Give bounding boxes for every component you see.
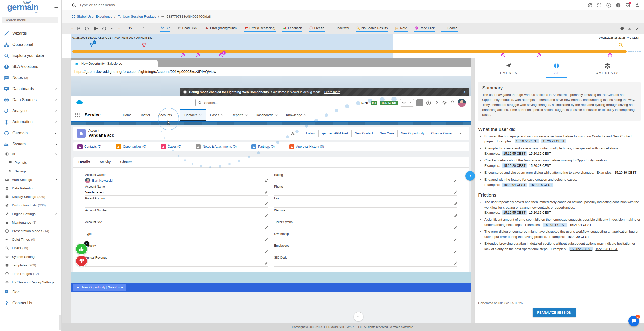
timeline-event-rage-click[interactable]: [536, 53, 541, 59]
field-value-row[interactable]: [85, 224, 268, 231]
user-profile-icon[interactable]: [635, 3, 640, 8]
detail-tab-activity[interactable]: Activity: [100, 157, 111, 167]
edit-pencil-icon[interactable]: [454, 250, 457, 253]
example-timestamp-link[interactable]: 15:20:04 CEST: [502, 183, 527, 187]
timeline-event-no-search-results[interactable]: [618, 42, 623, 48]
related-list-link[interactable]: Notes & Attachments (0): [203, 145, 236, 148]
panel-tab-events[interactable]: EVENTS: [493, 62, 525, 78]
session-timeline[interactable]: 07/28/2025 15:20:27.816 CEST (+00h 01m 2…: [62, 34, 644, 58]
sidebar-item-contact-us[interactable]: ?Contact Us: [0, 298, 61, 309]
related-list-notes-attachments-0-[interactable]: Notes & Attachments (0): [196, 144, 236, 149]
field-value-row[interactable]: [274, 177, 457, 184]
filter-inactivity[interactable]: Inactivity: [331, 25, 349, 32]
thumbs-up-button[interactable]: [76, 243, 87, 255]
example-timestamp-link[interactable]: 15:20:36 CEST: [529, 211, 551, 214]
related-list-cases-0-[interactable]: Cases (0): [161, 144, 181, 149]
playback-speed-select[interactable]: 1x: [128, 26, 145, 31]
example-timestamp-link[interactable]: 15:20:15 CEST: [529, 183, 554, 187]
refresh-icon[interactable]: [588, 3, 593, 8]
sidebar-item-prompts[interactable]: Prompts: [0, 158, 61, 167]
reanalyze-session-button[interactable]: REANALYZE SESSION: [533, 308, 576, 317]
action-button-new-opportunity[interactable]: New Opportunity: [397, 130, 428, 137]
sidebar-search-input[interactable]: [2, 17, 58, 23]
action-button-new-case[interactable]: New Case: [376, 130, 398, 137]
related-list-contacts-0-[interactable]: Contacts (0): [77, 144, 101, 149]
sidebar-item-ai[interactable]: AI: [0, 150, 61, 158]
breadcrumb-label[interactable]: Siebel User Experience: [77, 15, 112, 18]
field-value-row[interactable]: [274, 224, 457, 231]
field-value-row[interactable]: [274, 201, 457, 208]
related-list-link[interactable]: Partners (0): [258, 145, 275, 148]
guidance-icon[interactable]: [426, 100, 431, 106]
inbox-icon[interactable]: [625, 3, 630, 8]
timeline-event-rage-click[interactable]: [195, 53, 200, 59]
sidebar-item-automation[interactable]: Automation: [0, 116, 61, 128]
sidebar-item-engine-settings[interactable]: Engine Settings: [0, 210, 61, 218]
example-timestamp-link[interactable]: 15:20:32 CEST: [529, 152, 551, 155]
sidebar-item-explore-your-data[interactable]: Explore your data: [0, 50, 61, 61]
example-timestamp-link[interactable]: 15:20:26 CEST: [569, 247, 593, 251]
sf-nav-tab-chatter[interactable]: Chatter: [136, 109, 154, 121]
edit-session-icon[interactable]: [636, 26, 639, 30]
sf-nav-tab-knowledge[interactable]: Knowledge: [282, 109, 311, 121]
sidebar-item-data-retention[interactable]: Data Retention: [0, 184, 61, 192]
filter-rage-click[interactable]: Rage Click: [414, 25, 435, 32]
edit-pencil-icon[interactable]: [454, 226, 457, 230]
timeline-event-rage-click[interactable]: 2: [219, 53, 224, 59]
change-owner-icon[interactable]: [264, 179, 268, 182]
presentation-play-icon[interactable]: [606, 3, 611, 8]
skip-to-start-icon[interactable]: [76, 26, 81, 31]
quick-create-button[interactable]: [416, 99, 423, 106]
example-timestamp-link[interactable]: 15:20:28 CEST: [595, 247, 618, 251]
edit-pencil-icon[interactable]: [454, 261, 457, 265]
action-button-follow[interactable]: +Follow: [300, 130, 319, 137]
related-list-approval-history-0-[interactable]: Approval History (0): [289, 144, 324, 149]
panel-expander-button[interactable]: [465, 171, 475, 181]
action-button-new-contact[interactable]: New Contact: [351, 130, 377, 137]
filter-freeze[interactable]: Freeze: [309, 25, 325, 32]
sidebar-item-data-sources[interactable]: Data Sources: [0, 94, 61, 105]
panel-tab-ai[interactable]: AI: [546, 62, 567, 78]
related-list-link[interactable]: Cases (0): [168, 145, 181, 148]
download-session-icon[interactable]: [628, 26, 632, 30]
related-list-link[interactable]: Contacts (0): [84, 145, 101, 148]
field-value-row[interactable]: [274, 189, 457, 196]
field-value-row[interactable]: [274, 213, 457, 219]
notification-bell-icon[interactable]: [450, 100, 455, 105]
sidebar-item-system[interactable]: System: [0, 139, 61, 150]
filter-note[interactable]: Note: [394, 25, 407, 32]
browser-tab[interactable]: New Opportunity | Salesforce: [71, 60, 158, 67]
field-value-row[interactable]: [85, 236, 268, 243]
panel-tab-overlays[interactable]: OVERLAYS: [589, 62, 626, 78]
sf-search-box[interactable]: [195, 99, 291, 106]
more-actions-button[interactable]: [456, 130, 465, 137]
filter-no-search-results[interactable]: No Search Results: [356, 25, 388, 32]
sidebar-item-germain[interactable]: Germain: [0, 128, 61, 139]
field-value-row[interactable]: [274, 248, 457, 255]
sidebar-item-auth-settings[interactable]: Auth Settings: [0, 175, 61, 184]
action-button-germain-apm-alert[interactable]: germain APM Alert: [318, 130, 352, 137]
learn-more-link[interactable]: Learn more: [324, 90, 340, 94]
example-timestamp-link[interactable]: 15:20:20 CEST: [502, 163, 527, 168]
timeline-event-rage-click[interactable]: [608, 53, 612, 59]
sidebar-item-dashboards[interactable]: Dashboards: [0, 83, 61, 94]
filter-search[interactable]: Search: [441, 25, 458, 32]
rewind-icon[interactable]: [84, 26, 89, 31]
skip-to-end-icon[interactable]: [110, 26, 114, 31]
hamburger-menu-icon[interactable]: [54, 3, 59, 9]
session-info-icon[interactable]: [620, 26, 624, 30]
fullscreen-icon[interactable]: [597, 3, 602, 8]
edit-pencil-icon[interactable]: [454, 238, 457, 241]
timeline-event-feedback-down[interactable]: [142, 42, 147, 48]
field-value-row[interactable]: [85, 201, 268, 208]
sidebar-scrollbar[interactable]: [59, 315, 61, 330]
example-timestamp-link[interactable]: 15:19:55 CEST: [502, 210, 527, 215]
info-icon[interactable]: [616, 3, 621, 8]
edit-pencil-icon[interactable]: [454, 190, 457, 194]
filter-dead-click[interactable]: Dead Click: [176, 25, 198, 32]
sidebar-item-quiet-times[interactable]: Quiet Times(0): [0, 235, 61, 244]
help-icon[interactable]: ?: [434, 100, 439, 106]
action-button-change-owner[interactable]: Change Owner: [428, 130, 456, 137]
sidebar-item-maintenance[interactable]: Maintenance(1): [0, 218, 61, 227]
sf-search-input[interactable]: [204, 101, 279, 105]
